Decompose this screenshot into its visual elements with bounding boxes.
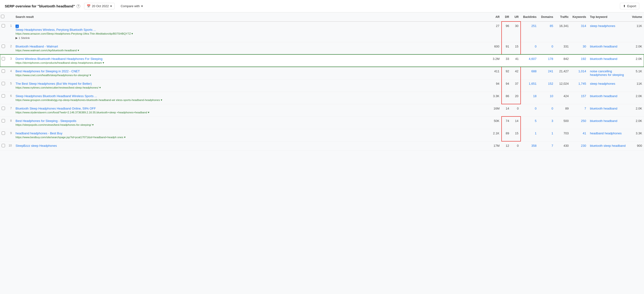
date-chevron-icon: ▾ [110,4,112,8]
row-keywords: 1,014 [571,67,588,79]
result-title-link[interactable]: Best Headphones for Sleeping - Sleepopol… [16,119,485,123]
sitelink-arrow-icon: ▶ [16,36,18,40]
row-top-keyword: bluetooth headband [588,116,628,129]
row-backlinks: 0 [521,104,538,116]
row-checkbox[interactable] [2,119,5,122]
table-row: 1aSleep Headphones Wireless, Perytong Bl… [0,22,644,42]
row-checkbox[interactable] [2,82,5,85]
row-checkbox[interactable] [2,24,5,28]
row-top-keyword: bluetooth headband [588,54,628,67]
export-button[interactable]: ⬆ Export [620,3,639,9]
top-keyword-value: sleep headphones [590,82,615,85]
row-top-keyword: bluetooth headband [588,104,628,116]
header-backlinks: Backlinks [521,13,538,22]
domains-value: 152 [548,82,553,85]
row-checkbox[interactable] [2,94,5,98]
domains-value: 241 [548,69,553,73]
title-text: SERP overview for "bluetooth headband" [5,4,75,8]
row-ur: 41 [511,54,521,67]
row-ur: 14 [511,116,521,129]
header-volume: Volume [628,13,644,22]
row-checkbox-cell [0,141,7,150]
row-keywords: 30 [571,42,588,54]
row-dr: 33 [502,54,511,67]
keywords-value: 41 [583,131,586,135]
row-ar: 94 [487,79,502,92]
result-title-link[interactable]: The Best Sleep Headphones (But We Hoped … [16,82,485,85]
result-title-link[interactable]: Best Headphones for Sleeping in 2022 - C… [16,69,485,73]
row-checkbox[interactable] [2,57,5,60]
keywords-value: 230 [581,144,586,148]
domains-value: 178 [548,57,553,61]
row-volume: 2.0K [628,116,644,129]
result-title-link[interactable]: Sleep Headphones Bluetooth Headband Wire… [16,94,485,98]
row-top-keyword: headband headphones [588,129,628,141]
row-checkbox[interactable] [2,107,5,110]
result-url: https://www.bestbuy.com/site/searchpage.… [16,135,485,139]
row-search-result: Bluetooth Sleep Headphones Headband Onli… [14,104,487,116]
row-ar: 50K [487,116,502,129]
serp-table-container: Search result AR DR UR Backlinks Domains [0,13,644,151]
top-keyword-value: noise cancelling headphones for sleeping [590,69,624,77]
row-dr: 94 [502,79,511,92]
result-title-link[interactable]: Sleep Headphones Wireless, Perytong Blue… [16,28,485,32]
row-checkbox[interactable] [2,131,5,135]
row-backlinks: 1 [521,129,538,141]
row-ar: 3.3K [487,92,502,104]
result-title-link[interactable]: headband headphones - Best Buy [16,131,485,135]
date-selector[interactable]: 📅 20 Oct 2022 ▾ [84,3,114,9]
row-rank: 2 [7,42,14,54]
domains-value: 0 [551,107,553,110]
top-keyword-value: bluetooth headband [590,94,617,98]
table-row: 9headband headphones - Best Buyhttps://w… [0,129,644,141]
header-traffic: Traffic [555,13,571,22]
row-rank: 9 [7,129,14,141]
date-value: 20 Oct 2022 [92,4,109,8]
help-icon[interactable]: ? [76,4,80,8]
backlinks-value: 1,651 [529,82,536,85]
row-search-result: Best Headphones for Sleeping - Sleepopol… [14,116,487,129]
row-checkbox[interactable] [2,45,5,48]
row-ur: 0 [511,141,521,150]
result-title-link[interactable]: Dormi Wireless Bluetooth Headband Headph… [16,57,485,61]
row-checkbox[interactable] [2,69,5,73]
row-domains: 152 [538,79,555,92]
row-rank: 6 [7,92,14,104]
row-ar: 2.1K [487,129,502,141]
result-url: https://www.cnet.com/health/sleep/headph… [16,74,485,77]
select-all-checkbox[interactable] [1,15,4,18]
row-ar: 27 [487,22,502,42]
compare-chevron-icon: ▾ [141,4,143,8]
keywords-value: 314 [581,24,586,28]
row-volume: 2.0K [628,104,644,116]
result-url: https://www.amazon.com/Sleep-Headphones-… [16,32,485,35]
row-domains: 10 [538,92,555,104]
row-top-keyword: bluetooth headband [588,92,628,104]
result-title-link[interactable]: SleepBzzz sleep Headphones [16,144,485,148]
result-title-link[interactable]: Bluetooth Sleep Headphones Headband Onli… [16,107,485,110]
row-dr: 89 [502,129,511,141]
row-checkbox[interactable] [2,144,5,147]
header-rank-col [7,13,14,22]
sitelink-text: 1 Sitelink [18,37,30,39]
row-dr: 92 [502,67,511,79]
row-backlinks: 358 [521,141,538,150]
backlinks-value: 358 [531,144,536,148]
row-backlinks: 251 [521,22,538,42]
export-label: Export [627,4,636,8]
row-domains: 241 [538,67,555,79]
row-checkbox-cell [0,92,7,104]
backlinks-value: 0 [535,107,536,110]
row-search-result: Bluetooth Headband - Walmarthttps://www.… [14,42,487,54]
table-row: 5The Best Sleep Headphones (But We Hoped… [0,79,644,92]
keywords-value: 7 [584,107,586,110]
row-domains: 3 [538,116,555,129]
header-search-result: Search result [14,13,487,22]
header-domains: Domains [538,13,555,22]
row-keywords: 250 [571,116,588,129]
row-keywords: 41 [571,129,588,141]
header-top-keyword: Top keyword [588,13,628,22]
result-title-link[interactable]: Bluetooth Headband - Walmart [16,45,485,48]
row-rank: 8 [7,116,14,129]
compare-button[interactable]: Compare with ▾ [118,3,145,9]
